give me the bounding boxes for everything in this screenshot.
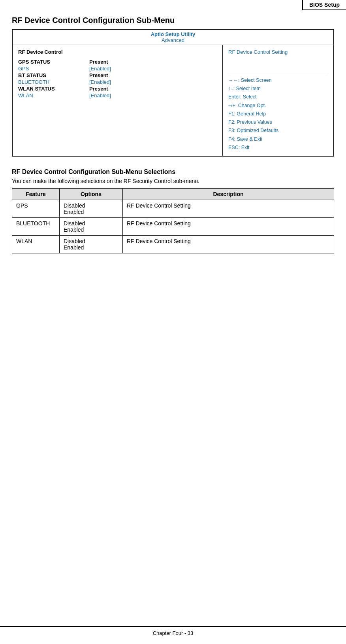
table-header-row: Feature Options Description — [12, 189, 334, 200]
bios-row-label: GPS — [18, 66, 89, 72]
selections-desc: You can make the following selections on… — [12, 178, 334, 184]
bios-row-value: [Enabled] — [89, 79, 111, 85]
bios-row-value: Present — [89, 72, 108, 78]
bios-row-label: WLAN STATUS — [18, 86, 89, 92]
help-line: ESC: Exit — [228, 144, 328, 152]
bios-left-panel: RF Device Control GPS STATUSPresentGPS[E… — [13, 45, 223, 156]
help-line: F2: Previous Values — [228, 118, 328, 127]
bios-row: BT STATUSPresent — [18, 72, 217, 78]
help-title: RF Device Control Setting — [228, 49, 328, 55]
bios-rows-container: GPS STATUSPresentGPS[Enabled]BT STATUSPr… — [18, 59, 217, 98]
table-cell-feature: GPS — [12, 200, 60, 218]
table-cell-feature: WLAN — [12, 236, 60, 253]
help-line: Enter: Select — [228, 93, 328, 101]
bios-row: WLAN[Enabled] — [18, 93, 217, 98]
page-title: RF Device Control Configuration Sub-Menu — [12, 16, 334, 25]
bios-right-panel: RF Device Control Setting →←: Select Scr… — [223, 45, 333, 156]
bios-row-value: Present — [89, 59, 108, 65]
help-line: ↑↓: Select Item — [228, 85, 328, 93]
help-line: F3: Optimized Defaults — [228, 127, 328, 135]
bios-row: BLUETOOTH[Enabled] — [18, 79, 217, 85]
table-row: WLANDisabledEnabledRF Device Control Set… — [12, 236, 334, 253]
bios-header-sub: Advanced — [14, 37, 332, 43]
bios-row-value: [Enabled] — [89, 66, 111, 72]
selections-title: RF Device Control Configuration Sub-Menu… — [12, 168, 334, 176]
col-header-feature: Feature — [12, 189, 60, 200]
bios-row-label: BT STATUS — [18, 72, 89, 78]
bios-right-top: RF Device Control Setting — [228, 49, 328, 73]
bios-row-label: WLAN — [18, 93, 89, 98]
table-cell-options: DisabledEnabled — [60, 218, 123, 236]
bios-row: WLAN STATUSPresent — [18, 86, 217, 92]
bios-row-value: [Enabled] — [89, 93, 111, 98]
table-cell-options: DisabledEnabled — [60, 200, 123, 218]
table-cell-description: RF Device Control Setting — [123, 236, 334, 253]
bios-row: GPS[Enabled] — [18, 66, 217, 72]
table-row: GPSDisabledEnabledRF Device Control Sett… — [12, 200, 334, 218]
selections-table: Feature Options Description GPSDisabledE… — [12, 188, 334, 253]
bios-row-label: GPS STATUS — [18, 59, 89, 65]
bios-header-title: Aptio Setup Utility — [14, 31, 332, 37]
help-lines-container: →←: Select Screen↑↓: Select ItemEnter: S… — [228, 76, 328, 152]
bios-header: Aptio Setup Utility Advanced — [13, 30, 333, 45]
bios-right-help: →←: Select Screen↑↓: Select ItemEnter: S… — [228, 76, 328, 152]
bios-setup-tab: BIOS Setup — [302, 0, 346, 10]
rf-device-label: RF Device Control — [18, 49, 217, 55]
bios-row: GPS STATUSPresent — [18, 59, 217, 65]
col-header-description: Description — [123, 189, 334, 200]
bios-row-label: BLUETOOTH — [18, 79, 89, 85]
bios-ui-box: Aptio Setup Utility Advanced RF Device C… — [12, 29, 334, 157]
bios-row-value: Present — [89, 86, 108, 92]
page-footer: Chapter Four - 33 — [0, 626, 346, 636]
help-line: →←: Select Screen — [228, 76, 328, 85]
help-line: F4: Save & Exit — [228, 135, 328, 144]
table-row: BLUETOOTHDisabledEnabledRF Device Contro… — [12, 218, 334, 236]
table-cell-description: RF Device Control Setting — [123, 200, 334, 218]
bios-body: RF Device Control GPS STATUSPresentGPS[E… — [13, 45, 333, 156]
selections-tbody: GPSDisabledEnabledRF Device Control Sett… — [12, 200, 334, 253]
table-cell-feature: BLUETOOTH — [12, 218, 60, 236]
help-line: F1: General Help — [228, 110, 328, 118]
table-cell-description: RF Device Control Setting — [123, 218, 334, 236]
col-header-options: Options — [60, 189, 123, 200]
help-line: –/+: Change Opt. — [228, 102, 328, 110]
table-cell-options: DisabledEnabled — [60, 236, 123, 253]
